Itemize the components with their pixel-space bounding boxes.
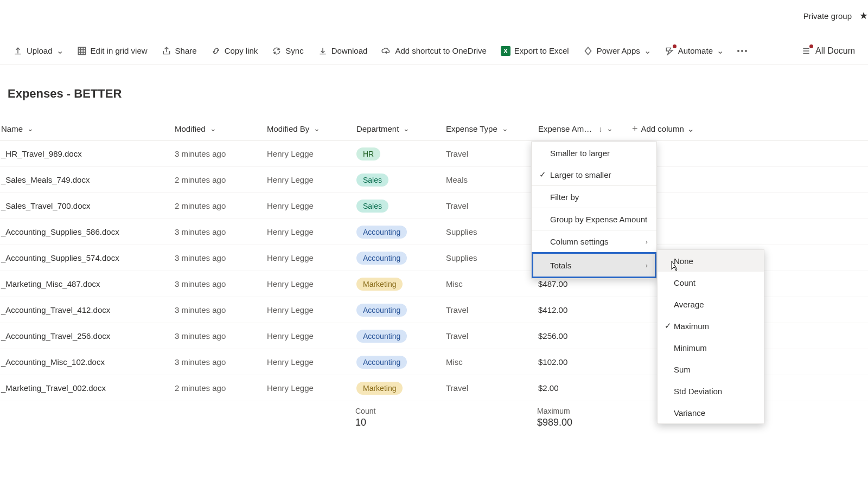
submenu-none[interactable]: None xyxy=(658,250,764,272)
power-apps-button[interactable]: Power Apps xyxy=(578,43,656,59)
download-icon xyxy=(318,46,328,56)
submenu-sum-label: Sum xyxy=(674,365,691,374)
cell-expense-type: Meals xyxy=(445,175,537,184)
cell-expense-type: Travel xyxy=(445,305,537,314)
automate-label: Automate xyxy=(678,46,713,55)
automate-button[interactable]: Automate xyxy=(659,43,729,59)
link-icon xyxy=(211,46,221,56)
cell-modified-by: Henry Legge xyxy=(266,279,355,288)
submenu-std-dev[interactable]: Std Deviation xyxy=(658,380,764,402)
cell-modified-by: Henry Legge xyxy=(266,253,355,262)
shortcut-button[interactable]: Add shortcut to OneDrive xyxy=(376,43,492,59)
menu-group-by[interactable]: Group by Expense Amount xyxy=(532,208,656,230)
table-row[interactable]: _HR_Travel_989.docx3 minutes agoHenry Le… xyxy=(0,141,868,167)
cell-department: HR xyxy=(355,147,445,160)
cell-name[interactable]: _HR_Travel_989.docx xyxy=(0,149,174,158)
col-expense-amount-label: Expense Am… xyxy=(538,124,592,133)
cell-name[interactable]: _Accounting_Travel_412.docx xyxy=(0,305,174,314)
table-row[interactable]: _Accounting_Supplies_586.docx3 minutes a… xyxy=(0,219,868,245)
footer-count-value: 10 xyxy=(355,417,445,428)
submenu-average[interactable]: Average xyxy=(658,293,764,315)
col-department-label: Department xyxy=(356,124,399,133)
submenu-maximum-label: Maximum xyxy=(674,322,709,331)
col-department[interactable]: Department⌄ xyxy=(355,124,445,133)
col-expense-type[interactable]: Expense Type⌄ xyxy=(445,124,537,133)
download-button[interactable]: Download xyxy=(312,43,373,59)
cell-name[interactable]: _Sales_Travel_700.docx xyxy=(0,201,174,210)
upload-label: Upload xyxy=(27,46,53,55)
table-row[interactable]: _Sales_Travel_700.docx2 minutes agoHenry… xyxy=(0,193,868,219)
share-icon xyxy=(162,46,171,56)
menu-column-settings[interactable]: Column settings › xyxy=(532,230,656,252)
check-icon: ✓ xyxy=(537,170,548,179)
col-name[interactable]: Name⌄ xyxy=(0,124,174,133)
col-modified[interactable]: Modified⌄ xyxy=(174,124,266,133)
submenu-variance[interactable]: Variance xyxy=(658,402,764,423)
cell-modified: 3 minutes ago xyxy=(174,357,266,367)
share-label: Share xyxy=(175,46,197,55)
cell-modified: 3 minutes ago xyxy=(174,305,266,314)
menu-totals-label: Totals xyxy=(550,261,571,270)
menu-filter-by[interactable]: Filter by xyxy=(532,186,656,208)
footer-max-label: Maximum xyxy=(537,407,627,415)
col-modified-by[interactable]: Modified By⌄ xyxy=(266,124,355,133)
chevron-down-icon xyxy=(644,48,650,54)
table-header-row: Name⌄ Modified⌄ Modified By⌄ Department⌄… xyxy=(0,117,868,141)
table-row[interactable]: _Sales_Meals_749.docx2 minutes agoHenry … xyxy=(0,167,868,193)
cell-name[interactable]: _Accounting_Misc_102.docx xyxy=(0,357,174,367)
submenu-count[interactable]: Count xyxy=(658,272,764,293)
col-expense-amount[interactable]: Expense Am…↓⌄ xyxy=(537,124,627,133)
department-pill: HR xyxy=(356,147,380,160)
share-button[interactable]: Share xyxy=(156,43,202,59)
upload-button[interactable]: Upload xyxy=(8,43,68,59)
department-pill: Sales xyxy=(356,200,388,213)
menu-smaller-to-larger[interactable]: Smaller to larger xyxy=(532,142,656,164)
edit-grid-button[interactable]: Edit in grid view xyxy=(72,43,153,59)
copy-link-button[interactable]: Copy link xyxy=(206,43,264,59)
command-bar: Upload Edit in grid view Share Copy link… xyxy=(0,37,868,65)
col-expense-type-label: Expense Type xyxy=(446,124,497,133)
view-switcher[interactable]: All Docum xyxy=(796,43,860,59)
cell-modified: 3 minutes ago xyxy=(174,253,266,262)
col-modified-by-label: Modified By xyxy=(267,124,309,133)
submenu-count-label: Count xyxy=(674,278,695,287)
department-pill: Accounting xyxy=(356,252,407,265)
submenu-maximum[interactable]: ✓Maximum xyxy=(658,315,764,337)
menu-totals[interactable]: Totals › xyxy=(532,252,656,278)
cell-expense-type: Supplies xyxy=(445,227,537,236)
cell-department: Marketing xyxy=(355,278,445,291)
cell-expense-type: Misc xyxy=(445,279,537,288)
cell-expense-amount: $2.00 xyxy=(537,383,627,393)
export-excel-button[interactable]: X Export to Excel xyxy=(495,43,575,59)
cell-department: Accounting xyxy=(355,304,445,317)
cell-name[interactable]: _Accounting_Travel_256.docx xyxy=(0,331,174,341)
cell-modified-by: Henry Legge xyxy=(266,201,355,210)
more-actions-button[interactable] xyxy=(732,47,752,55)
cell-name[interactable]: _Marketing_Misc_487.docx xyxy=(0,279,174,288)
submenu-minimum[interactable]: Minimum xyxy=(658,337,764,358)
menu-larger-to-smaller[interactable]: ✓ Larger to smaller xyxy=(532,164,656,185)
cell-name[interactable]: _Marketing_Travel_002.docx xyxy=(0,383,174,393)
chevron-down-icon xyxy=(56,48,63,54)
cell-expense-amount: $412.00 xyxy=(537,305,627,314)
department-pill: Sales xyxy=(356,174,388,187)
cell-department: Sales xyxy=(355,174,445,187)
col-modified-label: Modified xyxy=(175,124,206,133)
cell-department: Accounting xyxy=(355,356,445,369)
cell-modified: 2 minutes ago xyxy=(174,175,266,184)
favorite-star-icon[interactable]: ★ xyxy=(859,10,868,22)
onedrive-icon xyxy=(381,46,391,56)
cell-name[interactable]: _Accounting_Supplies_574.docx xyxy=(0,253,174,262)
menu-column-settings-label: Column settings xyxy=(550,237,609,246)
cell-name[interactable]: _Sales_Meals_749.docx xyxy=(0,175,174,184)
submenu-sum[interactable]: Sum xyxy=(658,358,764,380)
cell-name[interactable]: _Accounting_Supplies_586.docx xyxy=(0,227,174,236)
submenu-variance-label: Variance xyxy=(674,408,705,418)
department-pill: Accounting xyxy=(356,356,407,369)
cell-modified-by: Henry Legge xyxy=(266,357,355,367)
cell-department: Sales xyxy=(355,200,445,213)
add-column-button[interactable]: +Add column⌄ xyxy=(627,123,735,134)
cell-modified: 2 minutes ago xyxy=(174,383,266,393)
copy-link-label: Copy link xyxy=(225,46,258,55)
sync-button[interactable]: Sync xyxy=(266,43,309,59)
